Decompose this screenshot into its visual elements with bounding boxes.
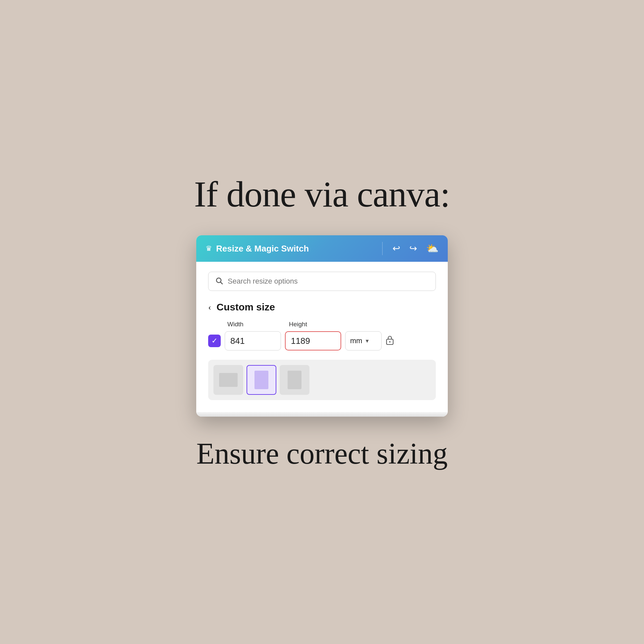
bottom-heading: Ensure correct sizing bbox=[196, 437, 448, 471]
lock-icon[interactable] bbox=[386, 335, 394, 347]
orientation-row bbox=[208, 360, 436, 400]
dimension-inputs: ✓ mm ▾ bbox=[208, 331, 436, 350]
unit-value: mm bbox=[350, 337, 362, 345]
landscape-shape bbox=[219, 373, 238, 387]
search-bar bbox=[208, 272, 436, 291]
header-left: ♛ Resize & Magic Switch bbox=[206, 244, 372, 254]
undo-button[interactable]: ↩ bbox=[392, 244, 400, 253]
redo-button[interactable]: ↪ bbox=[409, 244, 417, 253]
search-icon bbox=[215, 277, 223, 286]
orientation-portrait-tall[interactable] bbox=[247, 365, 276, 395]
portrait-tall-shape bbox=[254, 371, 268, 389]
orientation-portrait-short[interactable] bbox=[280, 365, 309, 395]
header-title: Resize & Magic Switch bbox=[216, 244, 309, 254]
height-label: Height bbox=[289, 321, 345, 328]
canva-header: ♛ Resize & Magic Switch ↩ ↪ ⛅ bbox=[196, 235, 448, 262]
width-input[interactable] bbox=[225, 331, 281, 350]
canva-body: ‹ Custom size Width Height ✓ bbox=[196, 262, 448, 412]
search-input[interactable] bbox=[228, 277, 429, 286]
custom-size-title: Custom size bbox=[216, 301, 275, 313]
width-label: Width bbox=[227, 321, 284, 328]
header-icons: ↩ ↪ ⛅ bbox=[392, 244, 438, 253]
page-wrapper: If done via canva: ♛ Resize & Magic Swit… bbox=[0, 173, 644, 471]
canva-panel: ♛ Resize & Magic Switch ↩ ↪ ⛅ bbox=[196, 235, 448, 417]
orientation-landscape[interactable] bbox=[213, 365, 243, 395]
chevron-down-icon: ▾ bbox=[366, 337, 369, 345]
svg-line-1 bbox=[221, 282, 223, 284]
height-input[interactable] bbox=[285, 331, 341, 350]
checkmark-icon: ✓ bbox=[211, 337, 217, 345]
portrait-short-shape bbox=[288, 371, 301, 389]
section-header: ‹ Custom size bbox=[208, 301, 436, 313]
top-heading: If done via canva: bbox=[194, 173, 450, 215]
checkbox[interactable]: ✓ bbox=[208, 335, 221, 347]
svg-point-3 bbox=[389, 341, 391, 343]
dimension-labels: Width Height bbox=[208, 321, 436, 328]
unit-selector[interactable]: mm ▾ bbox=[345, 331, 382, 350]
crown-icon: ♛ bbox=[206, 244, 212, 253]
cloud-button[interactable]: ⛅ bbox=[426, 244, 438, 253]
panel-scroll-hint bbox=[196, 412, 448, 417]
back-arrow[interactable]: ‹ bbox=[208, 302, 211, 312]
header-divider bbox=[382, 242, 383, 255]
